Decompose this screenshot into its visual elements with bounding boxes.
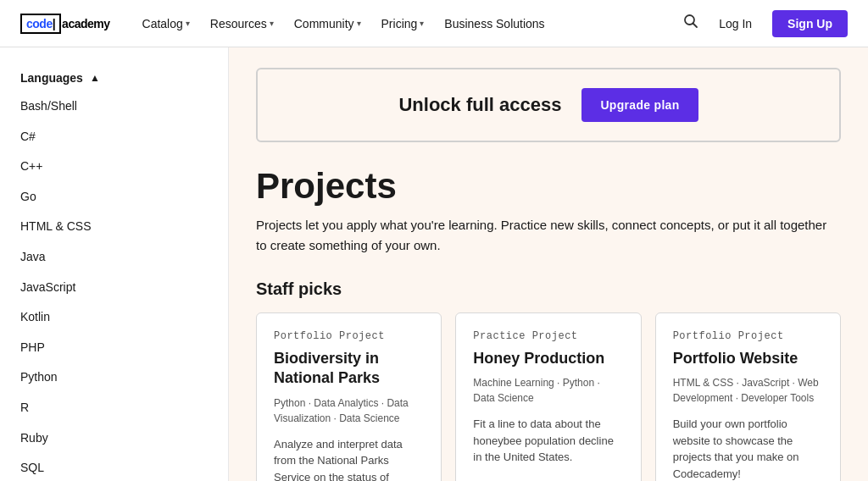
sidebar-item-cpp[interactable]: C++: [0, 152, 228, 182]
card-tags-3: HTML & CSS · JavaScript · Web Developmen…: [673, 375, 823, 406]
logo-pipe: |: [53, 17, 55, 30]
svg-line-1: [693, 24, 698, 28]
login-button[interactable]: Log In: [709, 12, 762, 36]
sidebar-item-kotlin[interactable]: Kotlin: [0, 302, 228, 333]
project-card-1[interactable]: Portfolio Project Biodiversity in Nation…: [256, 312, 442, 481]
card-desc-1: Analyze and interpret data from the Nati…: [274, 436, 424, 481]
card-tags-1: Python · Data Analytics · Data Visualiza…: [274, 395, 424, 426]
sidebar-languages-label: Languages: [20, 71, 83, 85]
unlock-text: Unlock full access: [398, 94, 561, 116]
sidebar-item-htmlcss[interactable]: HTML & CSS: [0, 212, 228, 242]
project-card-2[interactable]: Practice Project Honey Production Machin…: [455, 312, 641, 481]
sidebar-item-ruby[interactable]: Ruby: [0, 423, 228, 454]
sidebar-item-php[interactable]: PHP: [0, 333, 228, 363]
navbar: code| academy Catalog ▾ Resources ▾ Comm…: [0, 0, 868, 47]
sidebar: Languages ▲ Bash/Shell C# C++ Go HTML & …: [0, 47, 229, 481]
card-title-2: Honey Production: [473, 349, 623, 368]
sidebar-item-javascript[interactable]: JavaScript: [0, 273, 228, 303]
chevron-up-icon: ▲: [90, 72, 100, 84]
chevron-down-icon: ▾: [186, 19, 190, 28]
nav-links: Catalog ▾ Resources ▾ Community ▾ Pricin…: [134, 12, 684, 36]
sidebar-item-csharp[interactable]: C#: [0, 122, 228, 152]
card-tags-2: Machine Learning · Python · Data Science: [473, 375, 623, 406]
unlock-banner: Unlock full access Upgrade plan: [256, 68, 841, 142]
page-title: Projects: [256, 166, 841, 207]
chevron-down-icon: ▾: [270, 19, 274, 28]
sidebar-item-python[interactable]: Python: [0, 362, 228, 393]
logo-academy: academy: [62, 17, 109, 30]
upgrade-button[interactable]: Upgrade plan: [581, 88, 698, 122]
signup-button[interactable]: Sign Up: [772, 10, 848, 37]
staff-picks-heading: Staff picks: [256, 279, 841, 299]
sidebar-item-sql[interactable]: SQL: [0, 453, 228, 481]
logo-box: code|: [20, 14, 61, 34]
nav-catalog[interactable]: Catalog ▾: [134, 12, 198, 36]
logo[interactable]: code| academy: [20, 14, 110, 34]
main-content: Unlock full access Upgrade plan Projects…: [229, 47, 868, 481]
nav-pricing[interactable]: Pricing ▾: [373, 12, 433, 36]
sidebar-item-go[interactable]: Go: [0, 182, 228, 213]
chevron-down-icon: ▾: [420, 19, 424, 28]
project-card-3[interactable]: Portfolio Project Portfolio Website HTML…: [655, 312, 841, 481]
section-description: Projects let you apply what you're learn…: [256, 215, 832, 256]
sidebar-languages-section[interactable]: Languages ▲: [0, 64, 228, 91]
nav-resources[interactable]: Resources ▾: [202, 12, 282, 36]
card-desc-3: Build your own portfolio website to show…: [673, 416, 823, 481]
card-type-1: Portfolio Project: [274, 330, 424, 342]
nav-community[interactable]: Community ▾: [286, 12, 370, 36]
nav-right: Log In Sign Up: [683, 10, 848, 37]
logo-code: code: [26, 17, 53, 30]
project-cards: Portfolio Project Biodiversity in Nation…: [256, 312, 841, 481]
search-icon[interactable]: [683, 14, 698, 33]
nav-business[interactable]: Business Solutions: [436, 12, 553, 36]
card-desc-2: Fit a line to data about the honeybee po…: [473, 416, 623, 481]
sidebar-item-bashshell[interactable]: Bash/Shell: [0, 91, 228, 122]
card-title-1: Biodiversity in National Parks: [274, 349, 424, 389]
page-layout: Languages ▲ Bash/Shell C# C++ Go HTML & …: [0, 47, 868, 481]
sidebar-item-java[interactable]: Java: [0, 242, 228, 273]
card-type-3: Portfolio Project: [673, 330, 823, 342]
sidebar-item-r[interactable]: R: [0, 393, 228, 423]
chevron-down-icon: ▾: [357, 19, 361, 28]
card-title-3: Portfolio Website: [673, 349, 823, 368]
card-type-2: Practice Project: [473, 330, 623, 342]
